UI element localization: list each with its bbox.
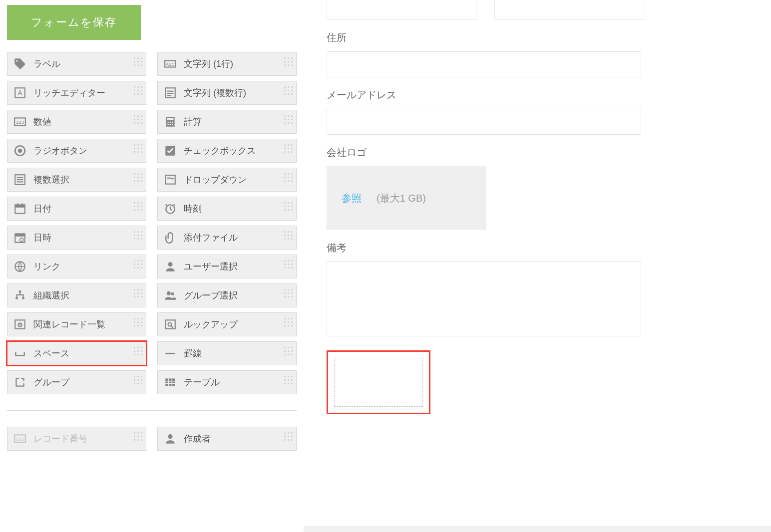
save-form-button[interactable]: フォームを保存 (7, 5, 141, 40)
svg-point-19 (18, 149, 22, 153)
lookup-icon (163, 317, 178, 332)
svg-rect-33 (15, 234, 25, 236)
num-icon: 123 (12, 114, 27, 129)
clock-icon (163, 201, 178, 216)
field-chip-text1[interactable]: ABC 文字列 (1行) (157, 52, 297, 76)
datetime-icon (12, 230, 27, 245)
field-chip-user[interactable]: ユーザー選択 (157, 255, 297, 278)
field-chip-check[interactable]: チェックボックス (157, 139, 297, 163)
multi-icon (12, 172, 27, 187)
field-chip-label: 日時 (33, 232, 51, 244)
memo-textarea[interactable] (327, 262, 641, 336)
svg-point-44 (19, 324, 20, 326)
field-chip-rich[interactable]: A リッチエディター (7, 81, 146, 105)
drag-grip-icon (284, 57, 293, 70)
related-icon (12, 317, 27, 332)
svg-text:123: 123 (16, 436, 24, 442)
email-input[interactable] (327, 109, 641, 135)
field-chip-calc[interactable]: 計算 (157, 110, 297, 134)
field-chip-radio[interactable]: ラジオボタン (7, 139, 146, 163)
svg-rect-30 (21, 203, 22, 206)
drag-grip-icon (134, 260, 143, 273)
svg-rect-26 (167, 178, 172, 179)
field-chip-related[interactable]: 関連レコード一覧 (7, 312, 146, 336)
table-icon (163, 375, 178, 390)
field-chip-label: 日付 (33, 203, 51, 215)
drag-grip-icon (134, 318, 143, 331)
form-canvas-wrap: 住所 メールアドレス 会社ロゴ 参照 (最大1 GB) 備考 (304, 0, 771, 532)
field-chip-label: 組織選択 (33, 289, 69, 301)
text-input[interactable] (494, 0, 644, 20)
groupsel-icon (163, 288, 178, 303)
drag-grip-icon (284, 231, 293, 244)
svg-rect-47 (165, 353, 175, 354)
drag-grip-icon (284, 376, 293, 389)
field-chip-border[interactable]: 罫線 (157, 341, 297, 365)
field-chip-groupsel[interactable]: グループ選択 (157, 283, 297, 307)
svg-text:ABC: ABC (166, 62, 175, 67)
field-chip-drop[interactable]: ドロップダウン (157, 168, 297, 192)
address-input[interactable] (327, 51, 641, 77)
drag-grip-icon (134, 202, 143, 215)
org-icon (12, 288, 27, 303)
globe-icon (12, 259, 27, 274)
drag-grip-icon (284, 289, 293, 302)
field-chip-number[interactable]: 123 数値 (7, 110, 146, 134)
field-label-email: メールアドレス (327, 88, 771, 102)
text-input[interactable] (327, 0, 476, 20)
field-chip-date[interactable]: 日付 (7, 197, 146, 221)
field-chip-time[interactable]: 時刻 (157, 197, 297, 221)
field-chip-creator[interactable]: 作成者 (157, 427, 297, 451)
check-icon (163, 143, 178, 158)
form-canvas[interactable]: 住所 メールアドレス 会社ロゴ 参照 (最大1 GB) 備考 (304, 0, 771, 526)
field-chip-org[interactable]: 組織選択 (7, 283, 146, 307)
field-chip-group[interactable]: グループ (7, 370, 146, 394)
svg-point-51 (168, 434, 172, 439)
svg-text:123: 123 (16, 119, 24, 125)
field-chip-label: 罫線 (184, 347, 202, 359)
field-chip-multiselect[interactable]: 複数選択 (7, 168, 146, 192)
svg-point-13 (170, 122, 171, 123)
palette-separator (7, 410, 297, 411)
field-chip-label: 作成者 (184, 433, 211, 445)
field-chip-recno[interactable]: 123 レコード番号 (7, 427, 146, 451)
drag-grip-icon (284, 347, 293, 360)
field-chip-textm[interactable]: 文字列 (複数行) (157, 81, 297, 105)
field-chip-datetime[interactable]: 日時 (7, 226, 146, 250)
svg-rect-38 (15, 297, 17, 299)
field-chip-label: 関連レコード一覧 (33, 318, 105, 330)
field-chip-lookup[interactable]: ルックアップ (157, 312, 297, 336)
field-chip-label[interactable]: ラベル (7, 52, 146, 76)
field-chip-link[interactable]: リンク (7, 255, 146, 278)
svg-rect-25 (165, 175, 175, 184)
attachment-hint: (最大1 GB) (377, 192, 426, 205)
top-input-row (327, 0, 771, 20)
drag-grip-icon (284, 202, 293, 215)
field-chip-table[interactable]: テーブル (157, 370, 297, 394)
attachment-dropzone[interactable]: 参照 (最大1 GB) (327, 166, 486, 230)
svg-rect-7 (167, 95, 172, 96)
field-chip-label: 計算 (184, 116, 202, 128)
svg-point-40 (167, 291, 171, 295)
svg-point-46 (168, 323, 171, 326)
svg-rect-48 (165, 378, 175, 386)
field-chip-attach[interactable]: 添付ファイル (157, 226, 297, 250)
browse-link[interactable]: 参照 (342, 192, 362, 205)
svg-rect-6 (167, 93, 174, 94)
space-placeholder-highlight[interactable] (327, 350, 430, 414)
calc-icon (163, 114, 178, 129)
svg-rect-29 (17, 203, 18, 206)
svg-rect-11 (167, 118, 174, 120)
field-chip-label: 文字列 (複数行) (184, 87, 246, 99)
svg-rect-24 (17, 181, 23, 182)
field-chip-label: チェックボックス (184, 145, 256, 157)
field-chip-space[interactable]: スペース (7, 341, 146, 365)
field-chip-label: リンク (33, 261, 60, 272)
abc-icon: ABC (163, 56, 178, 71)
svg-rect-37 (19, 290, 21, 292)
field-chip-label: 文字列 (1行) (184, 58, 233, 70)
field-chip-label: 添付ファイル (184, 232, 238, 244)
date-icon (12, 201, 27, 216)
drag-grip-icon (284, 144, 293, 157)
field-chip-label: グループ選択 (184, 289, 238, 301)
